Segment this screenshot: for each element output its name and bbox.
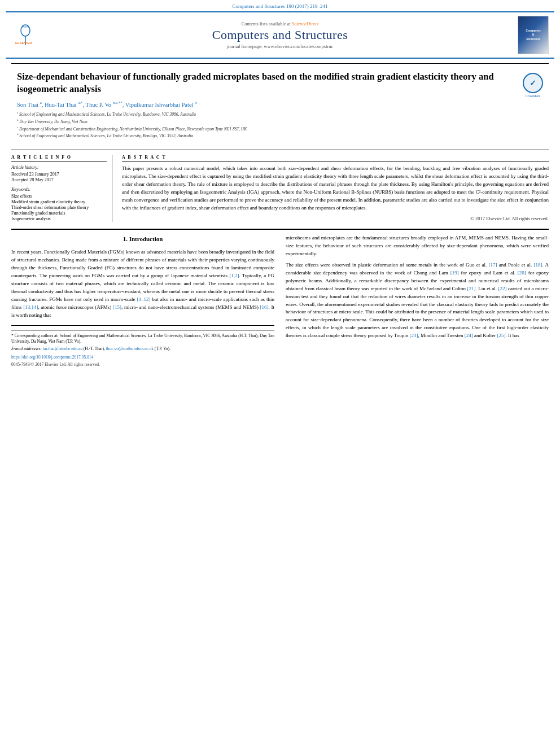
keyword-4: Functionally graded materials: [11, 211, 107, 216]
copyright-line: © 2017 Elsevier Ltd. All rights reserved…: [122, 216, 549, 221]
affiliation-c: c Department of Mechanical and Construct…: [17, 125, 517, 132]
body-para-1: In recent years, Functionally Graded Mat…: [11, 248, 274, 319]
ref-23: [23]: [409, 333, 418, 338]
email-link-1[interactable]: tai.thai@latrobe.edu.au: [43, 346, 82, 351]
crossmark-label: CrossMark: [523, 94, 543, 98]
ref-15: [15]: [113, 304, 121, 310]
crossmark-icon: ✓: [523, 73, 543, 93]
journal-header-center: Contents lists available at ScienceDirec…: [56, 21, 504, 49]
footnote-section: * Corresponding authors at: School of En…: [11, 325, 274, 368]
journal-thumbnail: Computers&Structures: [518, 16, 549, 54]
affiliation-a: a School of Engineering and Mathematical…: [17, 111, 517, 117]
doi-link[interactable]: https://doi.org/10.1016/j.compstruc.2017…: [11, 355, 93, 360]
ref-3-12: [3–12]: [137, 296, 150, 302]
keyword-3: Third-order shear deformation plate theo…: [11, 205, 107, 210]
ref-16: [16]: [260, 304, 269, 310]
footnote-email: E-mail addresses: tai.thai@latrobe.edu.a…: [11, 346, 274, 352]
footnote-corresponding: * Corresponding authors at: School of En…: [11, 333, 274, 346]
ref-18: [18]: [533, 262, 542, 268]
body-two-col: 1. Introduction In recent years, Functio…: [11, 234, 549, 368]
ref-13-14: [13,14]: [23, 304, 38, 310]
journal-thumbnail-area: Computers&Structures: [504, 16, 549, 54]
abstract-header: A B S T R A C T: [122, 155, 549, 161]
sciencedirect-link[interactable]: ScienceDirect: [292, 21, 318, 27]
ref-24: [24]: [465, 333, 473, 338]
elsevier-logo-area: ELSEVIER: [11, 24, 56, 46]
affiliation-d: d School of Engineering and Mathematical…: [17, 132, 517, 139]
email-link-2[interactable]: thuc.vo@northumbria.ac.uk: [106, 346, 154, 351]
ref-1-2: [1,2]: [229, 273, 239, 278]
article-title-section: Size-dependant behaviour of functionally…: [11, 63, 549, 144]
ref-25: [25]: [497, 333, 505, 338]
keywords-label: Keywords:: [11, 187, 107, 192]
body-para-right-1: microbeams and microplates are the funda…: [286, 234, 549, 258]
article-info-column: A R T I C L E I N F O Article history: R…: [11, 155, 113, 222]
keyword-1: Size effects: [11, 194, 107, 199]
journal-reference-line: Computers and Structures 190 (2017) 219–…: [0, 0, 560, 11]
journal-header: ELSEVIER Contents lists available at Sci…: [6, 11, 554, 59]
elsevier-logo-icon: ELSEVIER: [14, 24, 54, 46]
abstract-column: A B S T R A C T This paper presents a ro…: [122, 155, 549, 222]
ref-19: [19]: [450, 270, 459, 276]
keyword-5: Isogeometric analysis: [11, 216, 107, 221]
accepted-date: Accepted 28 May 2017: [11, 177, 107, 182]
body-section: 1. Introduction In recent years, Functio…: [11, 229, 549, 368]
sciencedirect-label: Contents lists available at ScienceDirec…: [56, 21, 504, 27]
affiliation-b: b Duy Tan University, Da Nang, Viet Nam: [17, 118, 517, 125]
authors: Son Thai a, Huu-Tai Thai a,*, Thuc P. Vo…: [17, 101, 517, 108]
ref-17: [17]: [488, 262, 497, 268]
body-para-right-2: The size effects were observed in plasti…: [286, 261, 549, 340]
footnote-separator: [11, 330, 274, 331]
ref-21: [21]: [467, 286, 475, 291]
svg-text:ELSEVIER: ELSEVIER: [15, 41, 32, 45]
received-date: Received 23 January 2017: [11, 172, 107, 177]
journal-homepage: journal homepage: www.elsevier.com/locat…: [56, 43, 504, 49]
sciencedirect-text: Contents lists available at: [242, 21, 291, 27]
crossmark-badge[interactable]: ✓ CrossMark: [523, 73, 543, 93]
ref-22: [22]: [498, 286, 507, 291]
doi-line: https://doi.org/10.1016/j.compstruc.2017…: [11, 354, 274, 361]
main-content-area: Size-dependant behaviour of functionally…: [11, 63, 549, 368]
article-title-text-area: Size-dependant behaviour of functionally…: [17, 71, 517, 139]
issn-line: 0045-7949/© 2017 Elsevier Ltd. All right…: [11, 361, 274, 368]
ref-20: [20]: [518, 270, 526, 276]
body-col-right: microbeams and microplates are the funda…: [286, 234, 549, 368]
article-info-header: A R T I C L E I N F O: [11, 155, 107, 161]
article-info-abstract-section: A R T I C L E I N F O Article history: R…: [11, 150, 549, 222]
section-1-heading: 1. Introduction: [11, 234, 274, 244]
article-history-label: Article history:: [11, 165, 107, 170]
body-col-left: 1. Introduction In recent years, Functio…: [11, 234, 274, 368]
thumb-label: Computers&Structures: [526, 29, 540, 41]
abstract-text: This paper presents a robust numerical m…: [122, 165, 549, 212]
keyword-2: Modified strain gradient elasticity theo…: [11, 199, 107, 204]
journal-title: Computers and Structures: [56, 28, 504, 42]
affiliations: a School of Engineering and Mathematical…: [17, 111, 517, 139]
article-title: Size-dependant behaviour of functionally…: [17, 71, 517, 96]
